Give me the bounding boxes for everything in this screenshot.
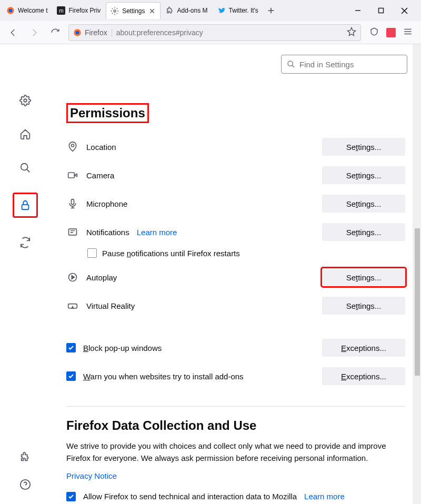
- camera-icon: [66, 170, 79, 180]
- privacy-notice-link[interactable]: Privacy Notice: [66, 471, 117, 480]
- search-icon: [287, 60, 295, 68]
- svg-point-5: [76, 31, 79, 34]
- pause-notifications-row: Pause notifications until Firefox restar…: [66, 248, 405, 258]
- svg-point-11: [72, 144, 74, 147]
- data-collection-heading: Firefox Data Collection and Use: [66, 418, 405, 433]
- pause-notifications-checkbox[interactable]: [87, 248, 97, 258]
- autoplay-label: Autoplay: [86, 273, 117, 282]
- permission-location-row: Location Settings...: [66, 133, 405, 161]
- vr-settings-button[interactable]: Settings...: [322, 297, 405, 315]
- notifications-settings-button[interactable]: Settings...: [322, 223, 405, 241]
- svg-point-10: [288, 61, 293, 66]
- identity-label: Firefox: [85, 28, 107, 37]
- popups-exceptions-button[interactable]: Exceptions...: [322, 339, 405, 357]
- permission-autoplay-row: Autoplay Settings...: [66, 263, 405, 291]
- location-settings-button[interactable]: Settings...: [322, 138, 405, 156]
- minimize-button[interactable]: [353, 5, 363, 16]
- tab-label: Settings: [122, 7, 145, 15]
- url-bar[interactable]: Firefox about:preferences#privacy: [68, 24, 361, 41]
- menu-button[interactable]: [403, 27, 413, 38]
- sidebar-search[interactable]: [16, 159, 34, 177]
- identity-box[interactable]: Firefox: [73, 28, 112, 37]
- close-icon[interactable]: [148, 7, 156, 15]
- location-icon: [66, 142, 79, 152]
- svg-point-7: [21, 164, 28, 170]
- pocket-icon[interactable]: [369, 27, 379, 38]
- camera-settings-button[interactable]: Settings...: [322, 166, 405, 184]
- notifications-label: Notifications: [86, 228, 129, 237]
- firefox-icon: [6, 6, 15, 15]
- tab-welcome[interactable]: Welcome t: [2, 2, 52, 19]
- svg-rect-8: [22, 205, 29, 209]
- data-collection-body: We strive to provide you with choices an…: [66, 440, 405, 464]
- microphone-settings-button[interactable]: Settings...: [322, 195, 405, 213]
- permission-popups-row: Block pop-up windows Exceptions...: [66, 334, 405, 362]
- svg-point-6: [24, 99, 27, 102]
- sidebar-help[interactable]: [16, 476, 34, 493]
- notifications-icon: [66, 227, 79, 237]
- autoplay-icon: [66, 272, 79, 283]
- new-tab-button[interactable]: [264, 3, 278, 18]
- tab-label: Twitter. It's: [229, 7, 258, 14]
- forward-button[interactable]: [26, 25, 42, 41]
- puzzle-icon: [166, 6, 174, 15]
- permission-addons-row: Warn you when websites try to install ad…: [66, 362, 405, 390]
- permissions-heading: Permissions: [66, 103, 149, 123]
- microphone-label: Microphone: [86, 199, 127, 208]
- svg-rect-13: [72, 199, 74, 205]
- permission-camera-row: Camera Settings...: [66, 161, 405, 189]
- pause-notifications-label: Pause notifications until Firefox restar…: [102, 249, 240, 258]
- settings-sidebar: [0, 44, 51, 504]
- sidebar-general[interactable]: [16, 92, 34, 109]
- tab-twitter[interactable]: Twitter. It's: [213, 2, 263, 19]
- microphone-icon: [66, 198, 79, 209]
- sidebar-home[interactable]: [16, 125, 34, 143]
- permission-microphone-row: Microphone Settings...: [66, 189, 405, 218]
- svg-rect-3: [379, 8, 384, 13]
- find-in-settings[interactable]: Find in Settings: [281, 55, 407, 74]
- permission-vr-row: Virtual Reality Settings...: [66, 291, 405, 320]
- warn-addons-label: Warn you when websites try to install ad…: [83, 372, 244, 381]
- settings-main: Find in Settings Permissions Location Se…: [51, 44, 421, 504]
- url-text: about:preferences#privacy: [116, 28, 203, 37]
- maximize-button[interactable]: [376, 5, 386, 16]
- sidebar-sync[interactable]: [16, 234, 34, 251]
- vr-icon: [66, 300, 79, 311]
- notifications-learn-more[interactable]: Learn more: [137, 228, 177, 237]
- telemetry-learn-more[interactable]: Learn more: [304, 492, 345, 501]
- block-popups-checkbox[interactable]: [66, 343, 76, 352]
- scrollbar-track[interactable]: [413, 44, 421, 504]
- svg-point-2: [114, 10, 116, 12]
- autoplay-settings-button[interactable]: Settings...: [322, 268, 405, 286]
- warn-addons-checkbox[interactable]: [66, 371, 76, 381]
- extension-icon[interactable]: [386, 28, 396, 37]
- gear-icon: [111, 7, 119, 15]
- location-label: Location: [86, 143, 116, 152]
- tab-firefox-priv[interactable]: m Firefox Priv: [53, 2, 105, 19]
- vr-label: Virtual Reality: [86, 301, 135, 310]
- reload-button[interactable]: [47, 25, 63, 41]
- addons-exceptions-button[interactable]: Exceptions...: [322, 367, 405, 385]
- scrollbar-thumb[interactable]: [415, 228, 420, 376]
- firefox-icon: [73, 28, 82, 37]
- permission-notifications-row: Notifications Learn more Settings...: [66, 218, 405, 246]
- sidebar-privacy[interactable]: [13, 193, 38, 218]
- section-divider: [66, 406, 405, 407]
- tab-strip: Welcome t m Firefox Priv Settings Add-on…: [0, 0, 421, 21]
- tab-label: Add-ons M: [177, 7, 208, 14]
- block-popups-label: Block pop-up windows: [83, 344, 162, 352]
- tab-settings[interactable]: Settings: [106, 2, 160, 19]
- allow-telemetry-label: Allow Firefox to send technical and inte…: [83, 492, 297, 501]
- allow-telemetry-checkbox[interactable]: [66, 492, 76, 501]
- svg-point-1: [9, 9, 13, 13]
- search-placeholder: Find in Settings: [299, 60, 354, 69]
- camera-label: Camera: [86, 171, 114, 180]
- bookmark-star-icon[interactable]: [347, 27, 356, 38]
- sidebar-extensions[interactable]: [16, 448, 34, 466]
- back-button[interactable]: [5, 25, 21, 41]
- close-window-button[interactable]: [399, 5, 409, 16]
- tab-label: Firefox Priv: [68, 7, 101, 14]
- site-icon: m: [57, 6, 65, 15]
- data-collection-section: Firefox Data Collection and Use We striv…: [66, 418, 405, 504]
- tab-addons[interactable]: Add-ons M: [162, 2, 212, 19]
